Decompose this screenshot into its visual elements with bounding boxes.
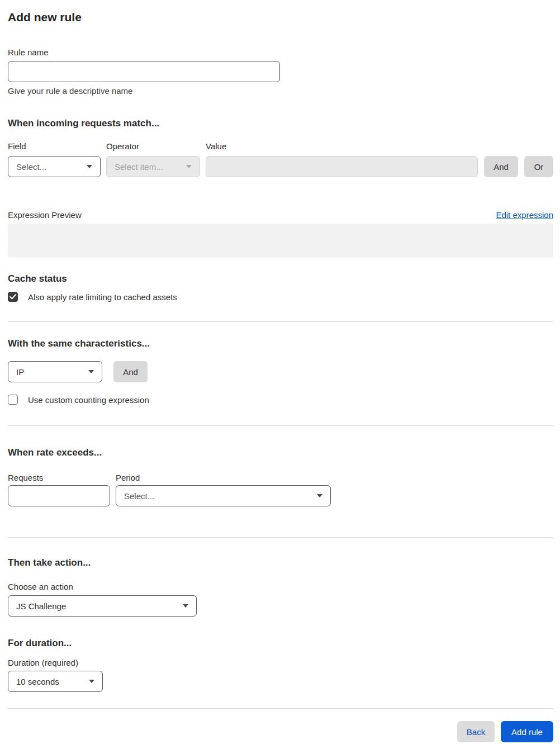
and-button[interactable]: And bbox=[484, 156, 518, 177]
operator-select: Select item... bbox=[106, 156, 200, 177]
action-select[interactable]: JS Challenge bbox=[8, 595, 197, 617]
rule-name-helper: Give your rule a descriptive name bbox=[8, 86, 553, 97]
period-label: Period bbox=[116, 472, 140, 483]
action-select-value: JS Challenge bbox=[16, 601, 66, 611]
rate-heading: When rate exceeds... bbox=[8, 447, 553, 459]
chevron-down-icon bbox=[89, 680, 94, 683]
expression-preview-box bbox=[8, 224, 553, 258]
chevron-down-icon bbox=[88, 370, 94, 373]
add-rule-button[interactable]: Add rule bbox=[501, 721, 553, 742]
chevron-down-icon bbox=[317, 494, 322, 497]
divider bbox=[8, 321, 553, 322]
period-select-value: Select... bbox=[124, 491, 154, 501]
characteristics-heading: With the same characteristics... bbox=[8, 338, 553, 350]
operator-select-value: Select item... bbox=[115, 162, 163, 172]
rule-name-label: Rule name bbox=[8, 47, 553, 58]
duration-select-value: 10 seconds bbox=[16, 677, 59, 686]
custom-counting-checkbox[interactable] bbox=[8, 395, 18, 405]
chevron-down-icon bbox=[183, 604, 188, 608]
value-label: Value bbox=[206, 141, 226, 152]
rule-name-input[interactable] bbox=[8, 61, 280, 82]
action-heading: Then take action... bbox=[8, 557, 553, 569]
match-section-heading: When incoming requests match... bbox=[8, 117, 553, 130]
characteristics-select[interactable]: IP bbox=[8, 361, 102, 382]
page-title: Add new rule bbox=[8, 10, 553, 25]
requests-label: Requests bbox=[8, 472, 116, 483]
or-button[interactable]: Or bbox=[524, 156, 553, 177]
divider bbox=[8, 425, 553, 426]
chevron-down-icon bbox=[186, 165, 192, 168]
period-select[interactable]: Select... bbox=[116, 485, 331, 506]
value-input bbox=[206, 156, 478, 177]
edit-expression-link[interactable]: Edit expression bbox=[496, 209, 553, 221]
characteristics-select-value: IP bbox=[16, 367, 24, 377]
characteristics-and-button[interactable]: And bbox=[113, 361, 148, 382]
back-button[interactable]: Back bbox=[457, 721, 495, 742]
duration-label: Duration (required) bbox=[8, 657, 553, 669]
field-select[interactable]: Select... bbox=[8, 156, 101, 177]
action-label: Choose an action bbox=[8, 581, 553, 592]
cached-assets-checkbox[interactable] bbox=[8, 292, 18, 302]
field-label: Field bbox=[8, 141, 106, 152]
requests-input[interactable] bbox=[8, 485, 110, 506]
duration-heading: For duration... bbox=[8, 637, 553, 650]
check-icon bbox=[10, 294, 16, 300]
custom-counting-checkbox-label[interactable]: Use custom counting expression bbox=[28, 395, 149, 405]
expression-preview-label: Expression Preview bbox=[8, 210, 82, 221]
chevron-down-icon bbox=[87, 165, 92, 168]
field-select-value: Select... bbox=[16, 162, 46, 172]
cache-status-heading: Cache status bbox=[8, 273, 553, 285]
divider bbox=[8, 537, 553, 538]
divider bbox=[8, 708, 553, 709]
duration-select[interactable]: 10 seconds bbox=[8, 671, 103, 692]
operator-label: Operator bbox=[106, 141, 206, 152]
cached-assets-checkbox-label[interactable]: Also apply rate limiting to cached asset… bbox=[28, 292, 177, 302]
